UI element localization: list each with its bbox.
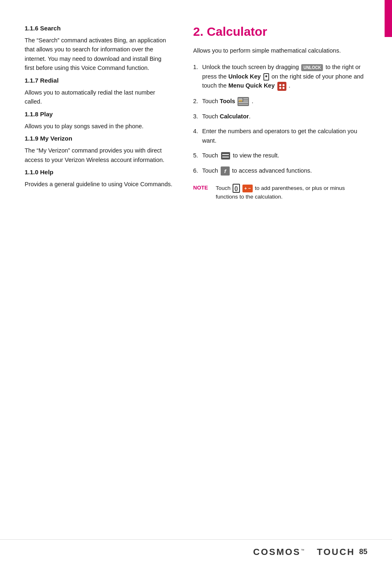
note-section: NOTE Touch () + − to add parentheses, or…: [193, 184, 367, 202]
note-label: NOTE: [193, 184, 212, 191]
section-myverizon-body: The “My Verizon” command provides you wi…: [25, 146, 173, 164]
section-help-heading: 1.1.0 Help: [25, 169, 173, 176]
left-column: 1.1.6 Search The “Search” command activa…: [25, 25, 173, 201]
pink-tab: [385, 0, 392, 37]
svg-point-3: [279, 87, 281, 89]
svg-rect-8: [243, 100, 248, 102]
svg-rect-10: [238, 104, 248, 105]
section-myverizon-heading: 1.1.9 My Verizon: [25, 135, 173, 142]
step-5-num: 5.: [193, 151, 202, 160]
step-3-text: Touch Calculator.: [202, 112, 367, 121]
calculator-intro: Allows you to perform simple mathematica…: [193, 46, 367, 55]
menu-quick-key-icon: [277, 82, 286, 91]
plusminus-icon: + −: [242, 185, 253, 192]
section-myverizon: 1.1.9 My Verizon The “My Verizon” comman…: [25, 135, 173, 164]
section-play-body: Allows you to play songs saved in the ph…: [25, 122, 173, 131]
step-1-num: 1.: [193, 62, 202, 72]
calc-step-2: 2. Touch Tools 25 .: [193, 97, 367, 106]
step-1-text: Unlock the touch screen by dragging UNLO…: [202, 62, 367, 90]
section-search-heading: 1.1.6 Search: [25, 25, 173, 32]
two-column-layout: 1.1.6 Search The “Search” command activa…: [25, 25, 367, 201]
right-column: 2. Calculator Allows you to perform simp…: [193, 25, 367, 201]
svg-rect-7: [243, 98, 248, 99]
step-3-num: 3.: [193, 112, 202, 121]
section-redial-body: Allows you to automatically redial the l…: [25, 88, 173, 106]
section-search: 1.1.6 Search The “Search” command activa…: [25, 25, 173, 73]
svg-point-4: [282, 87, 284, 89]
svg-text:25: 25: [239, 99, 242, 102]
calculator-steps: 1. Unlock the touch screen by dragging U…: [193, 62, 367, 175]
unlock-key-icon: [263, 73, 269, 81]
svg-point-1: [279, 84, 281, 86]
brand-tm: ™: [301, 548, 306, 552]
calc-step-1: 1. Unlock the touch screen by dragging U…: [193, 62, 367, 90]
brand-cosmos: COSMOS: [253, 547, 301, 557]
section-search-body: The “Search” command activates Bing, an …: [25, 36, 173, 73]
step-4-num: 4.: [193, 127, 202, 136]
step-2-num: 2.: [193, 97, 202, 106]
calc-step-5: 5. Touch to view the result.: [193, 151, 367, 160]
section-redial-heading: 1.1.7 Redial: [25, 77, 173, 84]
note-body: Touch () + − to add parentheses, or plus…: [216, 184, 367, 202]
calculator-title: 2. Calculator: [193, 25, 367, 39]
section-play-heading: 1.1.8 Play: [25, 111, 173, 118]
section-redial: 1.1.7 Redial Allows you to automatically…: [25, 77, 173, 106]
step-5-text: Touch to view the result.: [202, 151, 367, 160]
tools-icon: 25: [238, 97, 249, 106]
calc-step-3: 3. Touch Calculator.: [193, 112, 367, 121]
equals-icon: [221, 152, 230, 159]
footer: COSMOS™ TOUCH 85: [0, 539, 392, 564]
calc-step-6: 6. Touch f to access advanced functions.: [193, 166, 367, 176]
svg-rect-0: [277, 82, 286, 91]
footer-brand: COSMOS™ TOUCH: [253, 547, 355, 557]
step-6-text: Touch f to access advanced functions.: [202, 166, 367, 176]
page-number: 85: [359, 548, 367, 556]
calc-step-4: 4. Enter the numbers and operators to ge…: [193, 127, 367, 145]
step-4-text: Enter the numbers and operators to get t…: [202, 127, 367, 145]
paren-icon: (): [233, 184, 240, 193]
brand-touch: TOUCH: [317, 547, 355, 557]
advanced-function-icon: f: [221, 166, 230, 176]
page-container: 1.1.6 Search The “Search” command activa…: [0, 0, 392, 564]
section-help-body: Provides a general guideline to using Vo…: [25, 180, 173, 189]
svg-point-2: [282, 84, 284, 86]
step-6-num: 6.: [193, 166, 202, 175]
section-play: 1.1.8 Play Allows you to play songs save…: [25, 111, 173, 131]
step-2-text: Touch Tools 25 .: [202, 97, 367, 106]
section-help: 1.1.0 Help Provides a general guideline …: [25, 169, 173, 189]
unlock-button-icon: UNLOCK: [301, 64, 323, 72]
